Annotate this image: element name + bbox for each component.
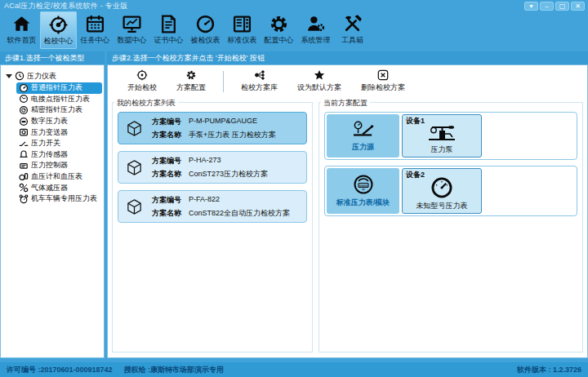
status-bar: 许可编号 :20170601-000918742 授权给 :康斯特市场部演示专用… <box>0 362 588 377</box>
gear-icon <box>269 14 289 34</box>
star-icon <box>314 69 325 81</box>
sidebar-item-locomotive-gauge[interactable]: 机车车辆专用压力表 <box>16 193 102 205</box>
sidebar-item-label: 压力控制器 <box>31 160 68 171</box>
toolbar-item-standard-instruments[interactable]: 标准仪表 <box>224 11 261 49</box>
sidebar-item-label: 压力开关 <box>31 138 60 149</box>
start-calibration-icon <box>136 69 148 81</box>
plan-configure-button[interactable]: 方案配置 <box>167 69 216 93</box>
toolbar-label: 检校中心 <box>44 36 74 47</box>
sidebar-item-label: 压力变送器 <box>31 127 68 138</box>
sidebar-item-label: 电接点指针压力表 <box>31 94 90 104</box>
sidebar-item-gas-regulator[interactable]: 气体减压器 <box>16 182 102 193</box>
device1-card[interactable]: 设备1 压力泵 <box>402 114 482 157</box>
pressure-source-slot[interactable]: 压力源 <box>327 114 399 157</box>
tree-root-pressure-instruments[interactable]: 压力仪表 <box>2 69 102 82</box>
standard-gauge-slot[interactable]: 0000 标准压力表/模块 <box>327 168 399 214</box>
sidebar-item-blood-pressure-meter[interactable]: 血压计和血压表 <box>16 171 102 183</box>
sidebar-item-ordinary-pointer-gauge[interactable]: 普通指针压力表 <box>16 82 102 94</box>
clock-gauge-icon <box>15 71 24 81</box>
start-calibration-button[interactable]: 开始检校 <box>118 69 167 93</box>
plan-list-section: 我的检校方案列表 方案编号P-M-PUMP&GAUGE 方案名称手泵+压力表 压… <box>112 102 313 353</box>
instrument-panel-icon <box>232 14 252 34</box>
plan-code-value: P-FA-822 <box>189 195 220 206</box>
certificate-icon <box>158 14 179 34</box>
toolbar-item-config-center[interactable]: 配置中心 <box>261 11 297 49</box>
maximize-icon[interactable]: ▢ <box>555 2 569 11</box>
plan-card-pump-gauge[interactable]: 方案编号P-M-PUMP&GAUGE 方案名称手泵+压力表 压力检校方案 <box>118 112 307 144</box>
plan-name-value: ConST273压力检校方案 <box>189 169 268 180</box>
sidebar-item-pressure-switch[interactable]: 压力开关 <box>16 138 102 149</box>
sidebar-item-label: 数字压力表 <box>31 116 68 126</box>
minimize-icon[interactable]: – <box>540 2 554 11</box>
step-headers: 步骤1.选择一个被检类型 步骤2.选择一个检校方案并点击 '开始检校' 按钮 <box>0 51 588 64</box>
plan-name-label: 方案名称 <box>152 208 181 219</box>
delete-plan-button[interactable]: 删除检校方案 <box>351 69 415 93</box>
device2-card[interactable]: 设备2 未知型号压力表 <box>402 168 482 214</box>
controller-icon <box>19 161 29 171</box>
main-toolbar: 软件首页 检校中心 任务中心 数据中心 证书中心 被检仪表 <box>0 11 588 49</box>
tree-root-label: 压力仪表 <box>27 71 56 82</box>
monitor-chart-icon <box>122 14 142 34</box>
gauge-icon <box>430 176 453 199</box>
skin-icon[interactable]: ▾ <box>524 2 538 11</box>
toolbar-label: 任务中心 <box>81 35 110 46</box>
device2-label: 设备2 <box>406 170 425 180</box>
sidebar-item-digital-gauge[interactable]: 数字压力表 <box>16 116 102 127</box>
plan-code-label: 方案编号 <box>152 117 181 127</box>
pointer-gauge-icon <box>19 83 29 93</box>
action-label: 设为默认方案 <box>297 82 341 93</box>
plan-card-const273[interactable]: 方案编号P-HA-273 方案名称ConST273压力检校方案 <box>118 151 307 184</box>
toolbar-label: 被检仪表 <box>191 35 220 46</box>
sidebar-item-pressure-sensor[interactable]: 压力传感器 <box>16 149 102 161</box>
precision-gauge-icon <box>19 105 29 115</box>
sensor-icon <box>19 149 29 159</box>
hand-pump-icon <box>424 122 460 144</box>
toolbar-item-certificate-center[interactable]: 证书中心 <box>150 11 187 49</box>
toolbar-item-test-instruments[interactable]: 被检仪表 <box>187 11 224 49</box>
share-branch-icon <box>254 69 265 81</box>
toolbar-item-system-management[interactable]: 系统管理 <box>297 11 334 49</box>
sidebar-item-label: 血压计和血压表 <box>31 171 82 182</box>
device-type-sidebar: 压力仪表 普通指针压力表 电接点指针压力表 精密指针压力表 数字压力表 <box>0 64 105 358</box>
plan-name-value: 手泵+压力表 压力检校方案 <box>189 130 276 140</box>
step1-header: 步骤1.选择一个被检类型 <box>0 51 105 64</box>
toolbar-separator <box>223 71 224 92</box>
sidebar-item-label: 精密指针压力表 <box>31 104 82 115</box>
action-label: 方案配置 <box>176 82 206 93</box>
toolbar-label: 软件首页 <box>7 35 37 46</box>
sidebar-item-pressure-controller[interactable]: 压力控制器 <box>16 160 102 171</box>
digital-readout: 0000 <box>359 184 368 188</box>
gear-icon <box>185 69 197 81</box>
toolbar-item-calibration-center[interactable]: 检校中心 <box>40 11 77 49</box>
toolbar-item-data-center[interactable]: 数据中心 <box>114 11 150 49</box>
plan-and-config-columns: 我的检校方案列表 方案编号P-M-PUMP&GAUGE 方案名称手泵+压力表 压… <box>108 95 587 357</box>
toolbar-item-toolbox[interactable]: 工具箱 <box>334 11 371 49</box>
home-icon <box>11 14 32 34</box>
gauge-icon <box>195 14 216 34</box>
cube-icon <box>126 120 143 137</box>
window-title: ACal压力检定/校准系统软件 - 专业版 <box>4 1 127 11</box>
toolbar-item-home[interactable]: 软件首页 <box>3 11 40 49</box>
step2-header: 步骤2.选择一个检校方案并点击 '开始检校' 按钮 <box>107 51 588 64</box>
set-default-plan-button[interactable]: 设为默认方案 <box>287 69 351 93</box>
toolbar-label: 证书中心 <box>154 35 184 46</box>
plan-code-label: 方案编号 <box>152 156 181 166</box>
sidebar-item-pressure-transmitter[interactable]: 压力变送器 <box>16 126 102 138</box>
current-config-section: 当前方案配置 压力源 设备1 <box>318 102 583 353</box>
plan-name-label: 方案名称 <box>152 169 181 180</box>
toolbar-item-task-center[interactable]: 任务中心 <box>77 11 114 49</box>
software-version: 软件版本 : 1.2.3726 <box>517 365 581 375</box>
close-icon[interactable]: ✕ <box>571 2 585 11</box>
chevron-down-icon[interactable] <box>6 74 12 78</box>
transmitter-icon <box>19 127 29 137</box>
plan-card-text: 方案编号P-M-PUMP&GAUGE 方案名称手泵+压力表 压力检校方案 <box>152 117 276 140</box>
device2-name: 未知型号压力表 <box>403 201 481 211</box>
sidebar-item-precision-pointer-gauge[interactable]: 精密指针压力表 <box>16 104 102 116</box>
license-number: 许可编号 :20170601-000918742 <box>7 365 113 375</box>
main-panel: 开始检校 方案配置 检校方案库 设为 <box>107 64 588 358</box>
plan-card-const822[interactable]: 方案编号P-FA-822 方案名称ConST822全自动压力检校方案 <box>118 190 307 223</box>
plan-name-label: 方案名称 <box>152 130 181 140</box>
plan-library-button[interactable]: 检校方案库 <box>231 69 287 93</box>
toolbar-label: 配置中心 <box>265 35 294 46</box>
sidebar-item-electric-contact-gauge[interactable]: 电接点指针压力表 <box>16 94 102 105</box>
